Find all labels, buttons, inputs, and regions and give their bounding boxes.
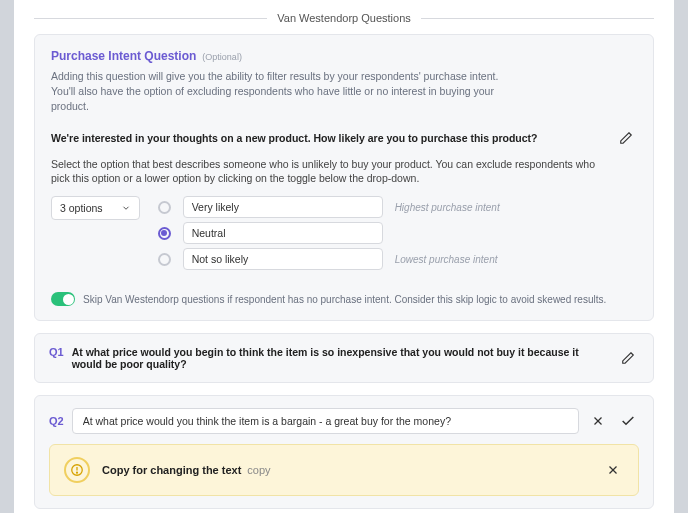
option-label-2: Not so likely (192, 253, 249, 265)
edit-button[interactable] (615, 127, 637, 149)
warning-icon-wrap (64, 457, 90, 483)
option-input-0[interactable]: Very likely (183, 196, 383, 218)
copy-banner-title: Copy for changing the text (102, 464, 241, 476)
copy-banner-sub: copy (247, 464, 270, 476)
option-radio-2[interactable] (158, 253, 171, 266)
optional-label: (Optional) (202, 52, 242, 62)
purchase-intent-panel: Purchase Intent Question (Optional) Addi… (34, 34, 654, 321)
option-radio-1[interactable] (158, 227, 171, 240)
option-label-1: Neutral (192, 227, 226, 239)
option-row-2: Not so likely Lowest purchase intent (158, 248, 500, 270)
copy-banner: Copy for changing the text copy (49, 444, 639, 496)
page: Van Westendorp Questions Purchase Intent… (14, 0, 674, 513)
q2-input-wrap (72, 408, 579, 434)
q1-edit-button[interactable] (617, 347, 639, 369)
chevron-down-icon (121, 203, 131, 213)
option-input-2[interactable]: Not so likely (183, 248, 383, 270)
q2-actions (587, 410, 639, 432)
question-row-q1: Q1 At what price would you begin to thin… (34, 333, 654, 383)
option-radio-0[interactable] (158, 201, 171, 214)
svg-point-4 (77, 472, 78, 473)
check-icon (620, 413, 636, 429)
option-hint-0: Highest purchase intent (395, 202, 500, 213)
q1-number: Q1 (49, 346, 64, 358)
option-row-1: Neutral (158, 222, 500, 244)
purchase-intent-instruction: Select the option that best describes so… (51, 157, 611, 186)
question-panel-q2: Q2 Copy for changing the text copy (34, 395, 654, 509)
question-row: We're interested in your thoughts on a n… (51, 127, 637, 149)
section-title: Van Westendorp Questions (277, 12, 411, 24)
copy-banner-close-button[interactable] (602, 459, 624, 481)
q2-top-row: Q2 (49, 408, 639, 434)
skip-toggle[interactable] (51, 292, 75, 306)
divider-right (421, 18, 654, 19)
q1-left: Q1 At what price would you begin to thin… (49, 346, 607, 370)
pencil-icon (621, 351, 635, 365)
q2-input[interactable] (72, 408, 579, 434)
pencil-icon (619, 131, 633, 145)
q2-number: Q2 (49, 415, 64, 427)
dropdown-label: 3 options (60, 202, 103, 214)
copy-banner-text: Copy for changing the text copy (102, 464, 590, 476)
q1-text: At what price would you begin to think t… (72, 346, 607, 370)
q2-cancel-button[interactable] (587, 410, 609, 432)
options-row: 3 options Very likely Highest purchase i… (51, 196, 637, 270)
section-header-row: Van Westendorp Questions (34, 12, 654, 24)
option-input-1[interactable]: Neutral (183, 222, 383, 244)
option-row-0: Very likely Highest purchase intent (158, 196, 500, 218)
q2-confirm-button[interactable] (617, 410, 639, 432)
options-count-dropdown[interactable]: 3 options (51, 196, 140, 220)
purchase-intent-question-text: We're interested in your thoughts on a n… (51, 132, 538, 144)
divider-left (34, 18, 267, 19)
close-icon (591, 414, 605, 428)
warning-icon (70, 463, 84, 477)
option-label-0: Very likely (192, 201, 239, 213)
option-hint-2: Lowest purchase intent (395, 254, 498, 265)
purchase-intent-description: Adding this question will give you the a… (51, 69, 511, 115)
skip-toggle-row: Skip Van Westendorp questions if respond… (51, 292, 637, 306)
purchase-intent-title: Purchase Intent Question (51, 49, 196, 63)
purchase-intent-header: Purchase Intent Question (Optional) (51, 49, 637, 63)
option-list: Very likely Highest purchase intent Neut… (158, 196, 500, 270)
skip-toggle-label: Skip Van Westendorp questions if respond… (83, 294, 606, 305)
close-icon (606, 463, 620, 477)
